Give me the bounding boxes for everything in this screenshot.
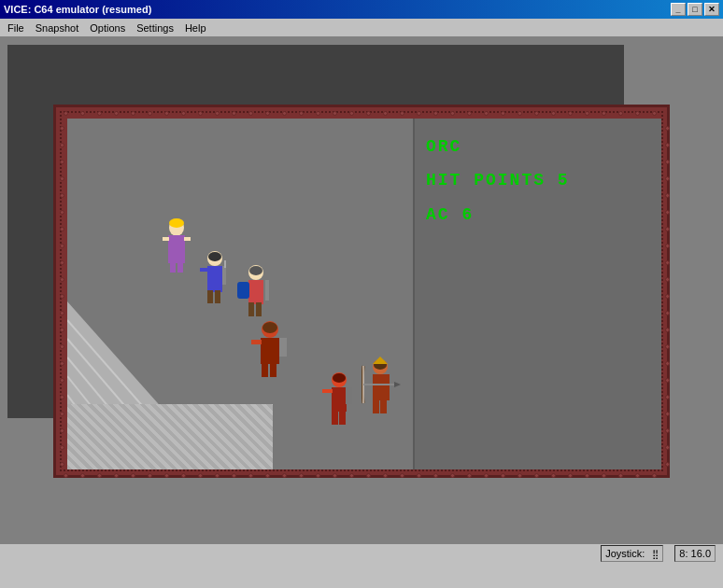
rivet-dot [665,412,670,416]
svg-rect-15 [177,261,183,273]
rivet-dot [60,344,64,349]
rivet-dot [97,473,102,478]
svg-rect-34 [251,340,262,344]
maximize-button[interactable]: □ [688,3,702,16]
rivet-dot [316,111,320,116]
character-sprite-3 [235,263,282,324]
rivet-dot [665,260,670,265]
menu-snapshot[interactable]: Snapshot [30,21,84,35]
rivet-dot [665,395,670,399]
menu-settings[interactable]: Settings [131,21,179,35]
rivet-dot [333,473,337,478]
menu-options[interactable]: Options [84,21,131,35]
character-sprite-1 [161,217,193,277]
svg-rect-20 [222,266,226,285]
rivet-dot [618,111,623,116]
menu-help[interactable]: Help [179,21,212,35]
rivet-dot [665,328,670,332]
rivet-dot [64,473,68,478]
rivet-dot [551,111,556,116]
rivet-dot [585,111,589,116]
rivet-dot [349,111,354,116]
svg-rect-28 [265,280,269,301]
rivet-dot [665,428,670,433]
svg-marker-43 [394,382,401,387]
svg-point-54 [333,373,346,383]
rivet-dot [232,111,236,116]
svg-rect-53 [339,410,346,425]
rivet-dot [198,111,203,116]
rivet-dot [400,473,404,478]
rivet-dot [652,111,657,116]
close-button[interactable]: ✕ [704,3,719,16]
title-bar-text: VICE: C64 emulator (resumed) [4,4,151,15]
rivet-dot [665,210,670,215]
rivet-dot [97,111,102,116]
rivet-dot [60,445,64,450]
rivet-dot [652,473,657,478]
rivet-dot [60,210,64,215]
svg-rect-35 [279,338,287,357]
svg-point-16 [169,218,184,228]
character-sprite-2 [198,249,235,310]
rivet-dot [517,473,522,478]
svg-rect-27 [237,282,249,299]
rivet-dot [148,111,152,116]
rivet-dot [60,227,64,231]
svg-point-24 [208,252,221,261]
rivet-dot [467,473,472,478]
rivet-dot [60,160,64,164]
rivet-dot [60,462,64,467]
rivet-dot [618,473,623,478]
rivet-dot [215,111,220,116]
rivet-dot [484,473,489,478]
minimize-button[interactable]: _ [671,3,686,16]
rivet-dot [60,277,64,282]
rivet-dot [665,294,670,299]
rivet-dot [665,311,670,315]
rivet-dot [60,311,64,315]
svg-rect-13 [184,237,191,241]
rivet-dot [265,473,270,478]
menu-bar: File Snapshot Options Settings Help [0,19,723,37]
rivet-dot [181,473,186,478]
rivet-dot [665,193,670,198]
rivet-dot [585,473,589,478]
svg-rect-14 [170,261,176,273]
joystick-status: Joystick: ⣿ [601,545,663,562]
lower-platform-pattern [67,404,273,469]
svg-rect-18 [207,266,222,292]
rivet-dot [383,111,388,116]
rivet-dot [299,473,304,478]
menu-file[interactable]: File [2,21,30,35]
rivet-dot [316,473,320,478]
rivet-dot [164,111,169,116]
rivet-dot [635,111,640,116]
rivet-dot [665,445,670,450]
rivet-dot [450,111,455,116]
rivet-dot [400,111,404,116]
rivet-dot [665,126,670,131]
rivet-dot [232,473,236,478]
rivet-dot [60,126,64,131]
rivet-dot [60,412,64,416]
svg-rect-52 [332,410,338,425]
position-status: 8: 16.0 [674,545,716,562]
rivet-dot [602,473,606,478]
svg-rect-45 [380,399,387,413]
rivet-dot [215,473,220,478]
game-scene [67,119,413,469]
rivet-dot [665,462,670,467]
svg-point-31 [249,266,262,275]
position-value: 8: 16.0 [679,548,711,559]
armor-class: AC 6 [426,202,650,229]
content-area: // Rivets will be added via JS below [0,37,723,563]
rivet-dot [60,143,64,147]
rivet-dot [60,193,64,198]
rivet-dot [665,160,670,164]
rivet-dot [181,111,186,116]
rivet-dot [60,395,64,399]
rivet-dot [148,473,152,478]
rivet-dot [665,378,670,383]
rivet-dot [114,473,119,478]
